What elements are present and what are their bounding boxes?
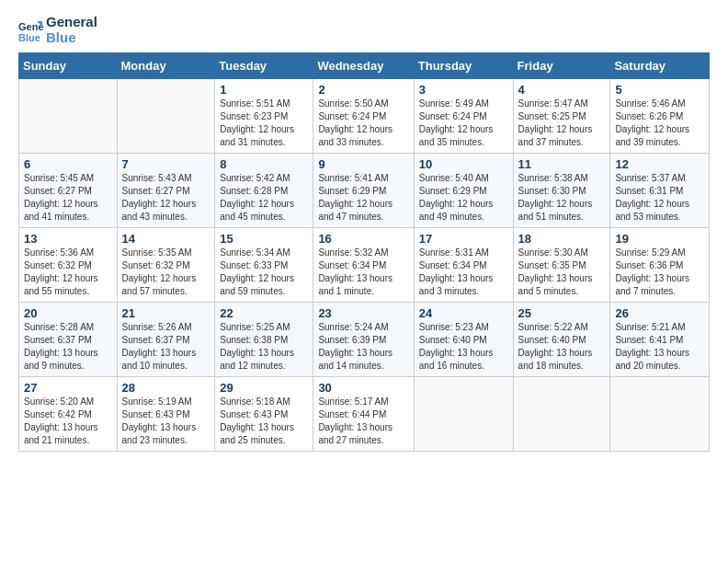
day-number: 20 xyxy=(24,306,112,320)
calendar-week-4: 27Sunrise: 5:20 AM Sunset: 6:42 PM Dayli… xyxy=(19,377,710,452)
calendar-cell xyxy=(19,79,118,154)
day-info: Sunrise: 5:35 AM Sunset: 6:32 PM Dayligh… xyxy=(122,247,210,298)
calendar-cell: 26Sunrise: 5:21 AM Sunset: 6:41 PM Dayli… xyxy=(610,303,710,377)
calendar-week-0: 1Sunrise: 5:51 AM Sunset: 6:23 PM Daylig… xyxy=(19,79,710,154)
col-monday: Monday xyxy=(117,53,215,79)
calendar-cell xyxy=(117,79,215,154)
calendar: Sunday Monday Tuesday Wednesday Thursday… xyxy=(18,52,710,452)
day-info: Sunrise: 5:47 AM Sunset: 6:25 PM Dayligh… xyxy=(518,98,606,149)
day-info: Sunrise: 5:51 AM Sunset: 6:23 PM Dayligh… xyxy=(220,98,308,149)
calendar-cell: 10Sunrise: 5:40 AM Sunset: 6:29 PM Dayli… xyxy=(414,154,513,228)
col-saturday: Saturday xyxy=(610,53,710,79)
logo-text-line1: General xyxy=(46,15,97,30)
day-info: Sunrise: 5:41 AM Sunset: 6:29 PM Dayligh… xyxy=(318,172,408,224)
day-number: 15 xyxy=(220,232,308,246)
day-info: Sunrise: 5:36 AM Sunset: 6:32 PM Dayligh… xyxy=(24,247,112,298)
calendar-cell: 25Sunrise: 5:22 AM Sunset: 6:40 PM Dayli… xyxy=(513,303,610,377)
col-friday: Friday xyxy=(513,53,610,79)
svg-text:Blue: Blue xyxy=(18,32,40,43)
day-info: Sunrise: 5:18 AM Sunset: 6:43 PM Dayligh… xyxy=(220,396,308,447)
day-number: 8 xyxy=(220,157,308,171)
calendar-cell: 19Sunrise: 5:29 AM Sunset: 6:36 PM Dayli… xyxy=(610,228,710,303)
day-info: Sunrise: 5:24 AM Sunset: 6:39 PM Dayligh… xyxy=(318,321,408,373)
day-info: Sunrise: 5:19 AM Sunset: 6:43 PM Dayligh… xyxy=(122,396,210,447)
calendar-cell: 5Sunrise: 5:46 AM Sunset: 6:26 PM Daylig… xyxy=(610,79,710,154)
day-info: Sunrise: 5:20 AM Sunset: 6:42 PM Dayligh… xyxy=(24,396,112,447)
day-number: 6 xyxy=(24,157,112,171)
calendar-week-3: 20Sunrise: 5:28 AM Sunset: 6:37 PM Dayli… xyxy=(19,303,710,377)
calendar-cell: 18Sunrise: 5:30 AM Sunset: 6:35 PM Dayli… xyxy=(513,228,610,303)
col-tuesday: Tuesday xyxy=(215,53,313,79)
day-info: Sunrise: 5:40 AM Sunset: 6:29 PM Dayligh… xyxy=(419,172,508,224)
day-number: 12 xyxy=(615,157,704,171)
day-number: 30 xyxy=(318,381,408,395)
col-sunday: Sunday xyxy=(19,53,118,79)
day-number: 29 xyxy=(220,381,308,395)
day-number: 13 xyxy=(24,232,112,246)
calendar-cell: 17Sunrise: 5:31 AM Sunset: 6:34 PM Dayli… xyxy=(414,228,513,303)
day-info: Sunrise: 5:26 AM Sunset: 6:37 PM Dayligh… xyxy=(122,321,210,373)
day-info: Sunrise: 5:46 AM Sunset: 6:26 PM Dayligh… xyxy=(615,98,704,149)
header: General Blue General Blue xyxy=(18,15,710,45)
day-info: Sunrise: 5:23 AM Sunset: 6:40 PM Dayligh… xyxy=(419,321,508,373)
calendar-cell xyxy=(513,377,610,452)
day-info: Sunrise: 5:45 AM Sunset: 6:27 PM Dayligh… xyxy=(24,172,112,224)
calendar-cell: 16Sunrise: 5:32 AM Sunset: 6:34 PM Dayli… xyxy=(313,228,414,303)
calendar-cell: 14Sunrise: 5:35 AM Sunset: 6:32 PM Dayli… xyxy=(117,228,215,303)
calendar-cell: 15Sunrise: 5:34 AM Sunset: 6:33 PM Dayli… xyxy=(215,228,313,303)
calendar-cell: 13Sunrise: 5:36 AM Sunset: 6:32 PM Dayli… xyxy=(19,228,118,303)
day-number: 17 xyxy=(419,232,508,246)
calendar-cell: 6Sunrise: 5:45 AM Sunset: 6:27 PM Daylig… xyxy=(19,154,118,228)
calendar-cell: 9Sunrise: 5:41 AM Sunset: 6:29 PM Daylig… xyxy=(313,154,414,228)
day-number: 27 xyxy=(24,381,112,395)
day-number: 24 xyxy=(419,306,508,320)
day-info: Sunrise: 5:34 AM Sunset: 6:33 PM Dayligh… xyxy=(220,247,308,298)
day-info: Sunrise: 5:22 AM Sunset: 6:40 PM Dayligh… xyxy=(518,321,606,373)
calendar-cell: 4Sunrise: 5:47 AM Sunset: 6:25 PM Daylig… xyxy=(513,79,610,154)
calendar-cell xyxy=(610,377,710,452)
calendar-cell: 22Sunrise: 5:25 AM Sunset: 6:38 PM Dayli… xyxy=(215,303,313,377)
calendar-cell: 7Sunrise: 5:43 AM Sunset: 6:27 PM Daylig… xyxy=(117,154,215,228)
day-number: 2 xyxy=(318,83,408,97)
day-number: 1 xyxy=(220,83,308,97)
day-number: 3 xyxy=(419,83,508,97)
logo: General Blue General Blue xyxy=(18,15,97,45)
day-info: Sunrise: 5:21 AM Sunset: 6:41 PM Dayligh… xyxy=(615,321,704,373)
day-info: Sunrise: 5:30 AM Sunset: 6:35 PM Dayligh… xyxy=(518,247,606,298)
day-info: Sunrise: 5:38 AM Sunset: 6:30 PM Dayligh… xyxy=(518,172,606,224)
calendar-cell: 30Sunrise: 5:17 AM Sunset: 6:44 PM Dayli… xyxy=(313,377,414,452)
calendar-week-2: 13Sunrise: 5:36 AM Sunset: 6:32 PM Dayli… xyxy=(19,228,710,303)
day-number: 23 xyxy=(318,306,408,320)
page: General Blue General Blue Sunday Monday … xyxy=(0,0,728,563)
calendar-header-row: Sunday Monday Tuesday Wednesday Thursday… xyxy=(19,53,710,79)
day-number: 4 xyxy=(518,83,606,97)
day-info: Sunrise: 5:17 AM Sunset: 6:44 PM Dayligh… xyxy=(318,396,408,447)
col-thursday: Thursday xyxy=(414,53,513,79)
col-wednesday: Wednesday xyxy=(313,53,414,79)
day-number: 10 xyxy=(419,157,508,171)
day-number: 14 xyxy=(122,232,210,246)
day-info: Sunrise: 5:28 AM Sunset: 6:37 PM Dayligh… xyxy=(24,321,112,373)
calendar-cell: 3Sunrise: 5:49 AM Sunset: 6:24 PM Daylig… xyxy=(414,79,513,154)
day-number: 21 xyxy=(122,306,210,320)
day-number: 9 xyxy=(318,157,408,171)
day-info: Sunrise: 5:43 AM Sunset: 6:27 PM Dayligh… xyxy=(122,172,210,224)
calendar-cell: 2Sunrise: 5:50 AM Sunset: 6:24 PM Daylig… xyxy=(313,79,414,154)
day-info: Sunrise: 5:42 AM Sunset: 6:28 PM Dayligh… xyxy=(220,172,308,224)
calendar-cell: 11Sunrise: 5:38 AM Sunset: 6:30 PM Dayli… xyxy=(513,154,610,228)
day-info: Sunrise: 5:29 AM Sunset: 6:36 PM Dayligh… xyxy=(615,247,704,298)
calendar-week-1: 6Sunrise: 5:45 AM Sunset: 6:27 PM Daylig… xyxy=(19,154,710,228)
day-number: 22 xyxy=(220,306,308,320)
calendar-cell xyxy=(414,377,513,452)
calendar-cell: 27Sunrise: 5:20 AM Sunset: 6:42 PM Dayli… xyxy=(19,377,118,452)
calendar-cell: 12Sunrise: 5:37 AM Sunset: 6:31 PM Dayli… xyxy=(610,154,710,228)
day-number: 11 xyxy=(518,157,606,171)
day-number: 16 xyxy=(318,232,408,246)
calendar-cell: 29Sunrise: 5:18 AM Sunset: 6:43 PM Dayli… xyxy=(215,377,313,452)
day-number: 19 xyxy=(615,232,704,246)
day-info: Sunrise: 5:37 AM Sunset: 6:31 PM Dayligh… xyxy=(615,172,704,224)
day-number: 25 xyxy=(518,306,606,320)
day-info: Sunrise: 5:25 AM Sunset: 6:38 PM Dayligh… xyxy=(220,321,308,373)
day-info: Sunrise: 5:49 AM Sunset: 6:24 PM Dayligh… xyxy=(419,98,508,149)
day-number: 28 xyxy=(122,381,210,395)
